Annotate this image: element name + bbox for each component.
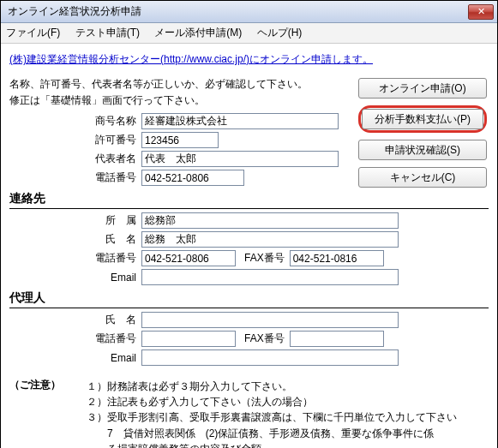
right-button-column: オンライン申請(O) 分析手数料支払い(P) 申請状況確認(S) キャンセル(C… [358, 78, 487, 188]
window-title: オンライン経営状況分析申請 [8, 4, 141, 19]
label-renraku-email: Email [90, 272, 141, 284]
caution-list: １）財務諸表は必ず３期分入力して下さい。 ２）注記表も必ず入力して下さい（法人の… [87, 378, 489, 448]
caution-3c: る損害賠償義務等の内容及び金額 [87, 442, 489, 448]
menu-test[interactable]: テスト申請(T) [75, 27, 140, 39]
renraku-email-field[interactable] [141, 269, 399, 285]
ciac-link[interactable]: (株)建設業経営情報分析センター(http://www.ciac.jp/)にオン… [9, 52, 373, 67]
caution-3b: 7 貸借対照表関係 (2)保証債務、手形遡及債務、重要な係争事件に係 [87, 427, 489, 440]
dairi-fax-field[interactable] [290, 331, 384, 347]
label-renraku-fax: FAX番号 [244, 251, 285, 266]
kyoka-field[interactable] [141, 132, 219, 148]
close-icon: ✕ [477, 6, 485, 17]
dairi-tel-field[interactable] [141, 331, 236, 347]
menubar: ファイル(F) テスト申請(T) メール添付申請(M) ヘルプ(H) [1, 23, 497, 44]
menu-help[interactable]: ヘルプ(H) [257, 27, 303, 39]
caution-2: ２）注記表も必ず入力して下さい（法人の場合） [87, 395, 489, 409]
cancel-label: キャンセル(C) [390, 170, 456, 185]
app-window: オンライン経営状況分析申請 ✕ ファイル(F) テスト申請(T) メール添付申請… [0, 0, 498, 448]
pay-highlight: 分析手数料支払い(P) [358, 105, 487, 133]
label-dairi-fax: FAX番号 [244, 332, 285, 346]
tel-field[interactable] [141, 170, 244, 186]
caution-section: （ご注意） １）財務諸表は必ず３期分入力して下さい。 ２）注記表も必ず入力して下… [9, 378, 489, 448]
label-dairi-email: Email [90, 352, 141, 364]
cancel-button[interactable]: キャンセル(C) [358, 167, 487, 188]
pay-fee-label: 分析手数料支払い(P) [375, 112, 471, 127]
pay-fee-button[interactable]: 分析手数料支払い(P) [362, 109, 483, 129]
label-dairi-tel: 電話番号 [90, 332, 141, 346]
label-dairi-shimei: 氏 名 [90, 313, 141, 327]
daihyou-field[interactable] [141, 151, 339, 167]
status-check-button[interactable]: 申請状況確認(S) [358, 140, 487, 160]
close-button[interactable]: ✕ [468, 4, 494, 20]
renraku-shimei-field[interactable] [141, 231, 399, 248]
titlebar: オンライン経営状況分析申請 ✕ [1, 1, 497, 23]
label-shozoku: 所 属 [90, 213, 141, 228]
renraku-shozoku-field[interactable] [141, 212, 399, 229]
caution-3a: ３）受取手形割引高、受取手形裏書譲渡高は、下欄に千円単位で入力して下さい [87, 410, 489, 424]
caution-1: １）財務諸表は必ず３期分入力して下さい。 [87, 379, 489, 393]
menu-file[interactable]: ファイル(F) [6, 27, 60, 39]
label-shimei: 氏 名 [90, 232, 141, 247]
label-renraku-tel: 電話番号 [90, 251, 141, 266]
caution-heading: （ご注意） [9, 378, 87, 448]
label-kyoka: 許可番号 [90, 133, 141, 147]
online-apply-label: オンライン申請(O) [379, 81, 465, 96]
online-apply-button[interactable]: オンライン申請(O) [358, 78, 487, 99]
status-check-label: 申請状況確認(S) [385, 143, 460, 158]
label-daihyou: 代表者名 [90, 152, 141, 166]
section-dairi: 代理人 [9, 290, 489, 308]
renraku-tel-field[interactable] [141, 250, 236, 266]
section-renraku: 連絡先 [9, 191, 489, 209]
body: (株)建設業経営情報分析センター(http://www.ciac.jp/)にオン… [1, 44, 497, 448]
dairi-shimei-field[interactable] [141, 312, 399, 328]
renraku-fax-field[interactable] [290, 250, 384, 266]
menu-mail[interactable]: メール添付申請(M) [154, 27, 242, 39]
label-shougou: 商号名称 [90, 114, 141, 128]
label-tel: 電話番号 [90, 170, 141, 185]
shougou-field[interactable] [141, 113, 339, 129]
dairi-email-field[interactable] [141, 349, 399, 366]
